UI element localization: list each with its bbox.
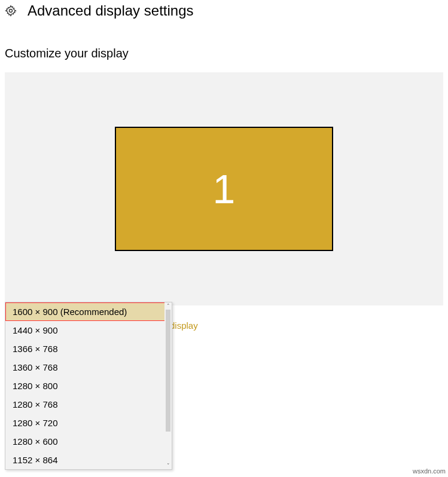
scroll-down-arrow-icon[interactable]: ˅	[167, 462, 170, 469]
monitor-preview[interactable]: 1	[115, 127, 333, 251]
page-header: Advanced display settings	[0, 0, 448, 22]
resolution-option[interactable]: 1440 × 900	[5, 321, 172, 340]
scroll-up-arrow-icon[interactable]: ˄	[167, 302, 170, 310]
resolution-option[interactable]: 1280 × 720	[5, 414, 172, 432]
svg-point-0	[10, 10, 13, 13]
resolution-dropdown[interactable]: 1600 × 900 (Recommended) 1440 × 900 1366…	[5, 302, 172, 470]
resolution-option[interactable]: 1280 × 600	[5, 432, 172, 451]
dropdown-scrollbar[interactable]: ˄ ˅	[164, 302, 172, 469]
section-title: Customize your display	[5, 47, 448, 60]
page-title: Advanced display settings	[28, 2, 194, 19]
monitor-number: 1	[213, 166, 236, 212]
gear-icon	[5, 5, 17, 17]
resolution-option[interactable]: 1280 × 768	[5, 395, 172, 414]
resolution-option[interactable]: 1280 × 800	[5, 377, 172, 395]
scroll-thumb[interactable]	[166, 310, 170, 432]
watermark: wsxdn.com	[413, 467, 446, 475]
resolution-option[interactable]: 1360 × 768	[5, 358, 172, 377]
display-preview-area: 1	[5, 72, 443, 305]
resolution-option[interactable]: 1152 × 864	[5, 451, 172, 469]
link-partial-text[interactable]: display	[170, 320, 198, 331]
scroll-track[interactable]	[164, 310, 172, 462]
resolution-option[interactable]: 1600 × 900 (Recommended)	[5, 302, 172, 321]
resolution-option[interactable]: 1366 × 768	[5, 340, 172, 358]
